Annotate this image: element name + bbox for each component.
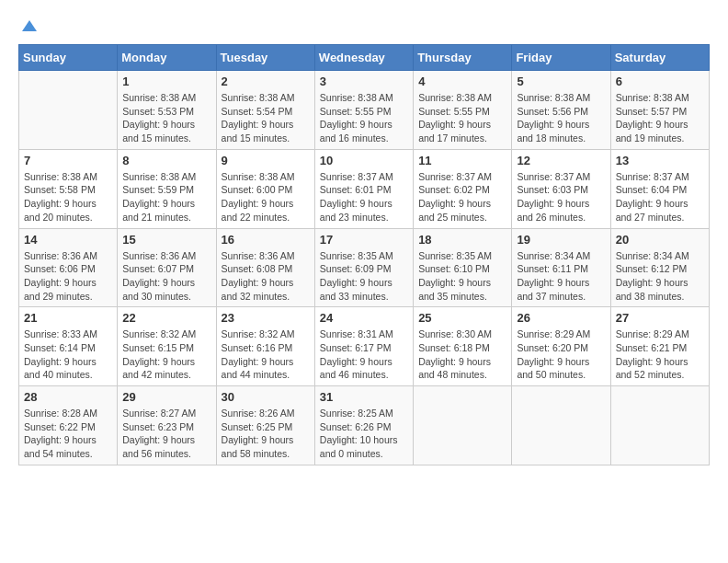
calendar-cell: 3Sunrise: 8:38 AM Sunset: 5:55 PM Daylig… — [314, 71, 413, 150]
calendar-week-row: 7Sunrise: 8:38 AM Sunset: 5:58 PM Daylig… — [19, 149, 710, 228]
calendar-cell: 13Sunrise: 8:37 AM Sunset: 6:04 PM Dayli… — [610, 149, 709, 228]
weekday-header-friday: Friday — [512, 45, 610, 71]
calendar-cell: 22Sunrise: 8:32 AM Sunset: 6:15 PM Dayli… — [118, 307, 216, 386]
day-number: 23 — [222, 311, 310, 325]
day-info: Sunrise: 8:37 AM Sunset: 6:04 PM Dayligh… — [616, 170, 704, 224]
day-number: 3 — [320, 75, 408, 88]
calendar-cell: 31Sunrise: 8:25 AM Sunset: 6:26 PM Dayli… — [314, 386, 413, 465]
day-info: Sunrise: 8:37 AM Sunset: 6:01 PM Dayligh… — [320, 170, 408, 224]
calendar-cell: 29Sunrise: 8:27 AM Sunset: 6:23 PM Dayli… — [118, 386, 216, 465]
day-number: 11 — [418, 154, 506, 167]
day-number: 21 — [24, 311, 112, 325]
day-number: 25 — [418, 311, 506, 325]
day-info: Sunrise: 8:35 AM Sunset: 6:09 PM Dayligh… — [320, 249, 408, 304]
calendar-cell: 26Sunrise: 8:29 AM Sunset: 6:20 PM Dayli… — [512, 307, 610, 386]
day-number: 26 — [517, 311, 605, 325]
day-info: Sunrise: 8:38 AM Sunset: 6:00 PM Dayligh… — [222, 170, 310, 224]
calendar-cell: 14Sunrise: 8:36 AM Sunset: 6:06 PM Dayli… — [19, 228, 118, 307]
calendar-cell: 8Sunrise: 8:38 AM Sunset: 5:59 PM Daylig… — [118, 149, 216, 228]
day-info: Sunrise: 8:37 AM Sunset: 6:02 PM Dayligh… — [418, 170, 506, 224]
calendar-cell: 30Sunrise: 8:26 AM Sunset: 6:25 PM Dayli… — [216, 386, 314, 465]
calendar-week-row: 21Sunrise: 8:33 AM Sunset: 6:14 PM Dayli… — [19, 307, 710, 386]
day-info: Sunrise: 8:36 AM Sunset: 6:07 PM Dayligh… — [122, 249, 210, 304]
day-number: 14 — [24, 233, 112, 247]
day-number: 22 — [122, 311, 210, 325]
calendar-cell: 12Sunrise: 8:37 AM Sunset: 6:03 PM Dayli… — [512, 149, 610, 228]
day-info: Sunrise: 8:36 AM Sunset: 6:06 PM Dayligh… — [24, 249, 112, 304]
day-info: Sunrise: 8:38 AM Sunset: 5:58 PM Dayligh… — [24, 170, 112, 224]
day-number: 19 — [517, 233, 605, 247]
day-info: Sunrise: 8:38 AM Sunset: 5:57 PM Dayligh… — [616, 91, 704, 145]
calendar-cell: 20Sunrise: 8:34 AM Sunset: 6:12 PM Dayli… — [610, 228, 709, 307]
day-number: 12 — [517, 154, 605, 167]
day-number: 24 — [320, 311, 408, 325]
calendar-cell: 25Sunrise: 8:30 AM Sunset: 6:18 PM Dayli… — [414, 307, 512, 386]
calendar-cell — [512, 386, 610, 465]
calendar-cell: 23Sunrise: 8:32 AM Sunset: 6:16 PM Dayli… — [216, 307, 314, 386]
day-info: Sunrise: 8:35 AM Sunset: 6:10 PM Dayligh… — [418, 249, 506, 304]
calendar-cell: 9Sunrise: 8:38 AM Sunset: 6:00 PM Daylig… — [216, 149, 314, 228]
day-info: Sunrise: 8:33 AM Sunset: 6:14 PM Dayligh… — [24, 327, 112, 382]
day-info: Sunrise: 8:32 AM Sunset: 6:15 PM Dayligh… — [122, 327, 210, 382]
calendar-cell: 24Sunrise: 8:31 AM Sunset: 6:17 PM Dayli… — [314, 307, 413, 386]
day-info: Sunrise: 8:32 AM Sunset: 6:16 PM Dayligh… — [222, 327, 310, 382]
day-number: 17 — [320, 233, 408, 247]
day-number: 5 — [517, 75, 605, 88]
day-number: 28 — [24, 390, 112, 404]
day-info: Sunrise: 8:38 AM Sunset: 5:59 PM Dayligh… — [122, 170, 210, 224]
calendar-cell: 7Sunrise: 8:38 AM Sunset: 5:58 PM Daylig… — [19, 149, 118, 228]
calendar-cell: 5Sunrise: 8:38 AM Sunset: 5:56 PM Daylig… — [512, 71, 610, 150]
day-info: Sunrise: 8:38 AM Sunset: 5:56 PM Dayligh… — [517, 91, 605, 145]
day-info: Sunrise: 8:37 AM Sunset: 6:03 PM Dayligh… — [517, 170, 605, 224]
calendar-cell: 2Sunrise: 8:38 AM Sunset: 5:54 PM Daylig… — [216, 71, 314, 150]
day-info: Sunrise: 8:27 AM Sunset: 6:23 PM Dayligh… — [122, 407, 210, 461]
calendar-cell — [19, 71, 118, 150]
day-number: 9 — [222, 154, 310, 167]
day-info: Sunrise: 8:31 AM Sunset: 6:17 PM Dayligh… — [320, 327, 408, 382]
calendar-cell: 6Sunrise: 8:38 AM Sunset: 5:57 PM Daylig… — [610, 71, 709, 150]
day-number: 27 — [616, 311, 704, 325]
calendar-week-row: 28Sunrise: 8:28 AM Sunset: 6:22 PM Dayli… — [19, 386, 710, 465]
calendar-cell: 11Sunrise: 8:37 AM Sunset: 6:02 PM Dayli… — [414, 149, 512, 228]
day-number: 18 — [418, 233, 506, 247]
day-info: Sunrise: 8:38 AM Sunset: 5:55 PM Dayligh… — [418, 91, 506, 145]
day-info: Sunrise: 8:29 AM Sunset: 6:21 PM Dayligh… — [616, 327, 704, 382]
calendar-cell: 17Sunrise: 8:35 AM Sunset: 6:09 PM Dayli… — [314, 228, 413, 307]
logo-icon — [20, 18, 39, 37]
day-number: 20 — [616, 233, 704, 247]
page-header — [18, 18, 710, 35]
calendar-cell: 21Sunrise: 8:33 AM Sunset: 6:14 PM Dayli… — [19, 307, 118, 386]
day-number: 30 — [222, 390, 310, 404]
day-info: Sunrise: 8:26 AM Sunset: 6:25 PM Dayligh… — [222, 407, 310, 461]
day-info: Sunrise: 8:38 AM Sunset: 5:55 PM Dayligh… — [320, 91, 408, 145]
day-number: 16 — [222, 233, 310, 247]
weekday-header-saturday: Saturday — [610, 45, 709, 71]
calendar-cell: 27Sunrise: 8:29 AM Sunset: 6:21 PM Dayli… — [610, 307, 709, 386]
calendar-week-row: 1Sunrise: 8:38 AM Sunset: 5:53 PM Daylig… — [19, 71, 710, 150]
calendar-cell: 1Sunrise: 8:38 AM Sunset: 5:53 PM Daylig… — [118, 71, 216, 150]
calendar-cell — [610, 386, 709, 465]
day-info: Sunrise: 8:36 AM Sunset: 6:08 PM Dayligh… — [222, 249, 310, 304]
calendar-table: SundayMondayTuesdayWednesdayThursdayFrid… — [18, 44, 710, 465]
day-info: Sunrise: 8:34 AM Sunset: 6:11 PM Dayligh… — [517, 249, 605, 304]
calendar-cell: 18Sunrise: 8:35 AM Sunset: 6:10 PM Dayli… — [414, 228, 512, 307]
calendar-cell: 10Sunrise: 8:37 AM Sunset: 6:01 PM Dayli… — [314, 149, 413, 228]
day-number: 13 — [616, 154, 704, 167]
day-info: Sunrise: 8:30 AM Sunset: 6:18 PM Dayligh… — [418, 327, 506, 382]
day-info: Sunrise: 8:34 AM Sunset: 6:12 PM Dayligh… — [616, 249, 704, 304]
weekday-header-thursday: Thursday — [414, 45, 512, 71]
weekday-header-monday: Monday — [118, 45, 216, 71]
day-number: 7 — [24, 154, 112, 167]
day-number: 15 — [122, 233, 210, 247]
day-number: 8 — [122, 154, 210, 167]
day-number: 2 — [222, 75, 310, 88]
calendar-week-row: 14Sunrise: 8:36 AM Sunset: 6:06 PM Dayli… — [19, 228, 710, 307]
day-info: Sunrise: 8:38 AM Sunset: 5:53 PM Dayligh… — [122, 91, 210, 145]
calendar-cell: 19Sunrise: 8:34 AM Sunset: 6:11 PM Dayli… — [512, 228, 610, 307]
weekday-header-tuesday: Tuesday — [216, 45, 314, 71]
logo — [18, 18, 39, 35]
calendar-cell: 15Sunrise: 8:36 AM Sunset: 6:07 PM Dayli… — [118, 228, 216, 307]
day-number: 10 — [320, 154, 408, 167]
calendar-cell: 28Sunrise: 8:28 AM Sunset: 6:22 PM Dayli… — [19, 386, 118, 465]
weekday-header-row: SundayMondayTuesdayWednesdayThursdayFrid… — [19, 45, 710, 71]
